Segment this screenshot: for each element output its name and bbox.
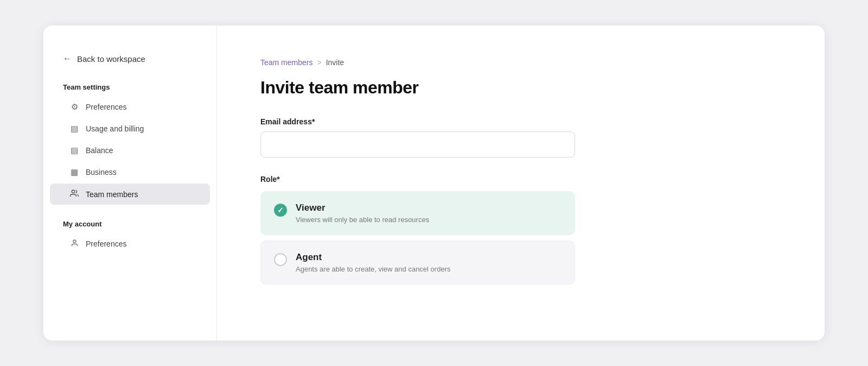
user-icon <box>69 239 79 249</box>
svg-point-0 <box>72 190 74 193</box>
team-icon <box>69 189 79 199</box>
sidebar-item-label: Business <box>86 168 117 176</box>
email-label: Email address* <box>260 117 781 126</box>
sidebar-item-label: Preferences <box>86 103 126 111</box>
role-label: Role* <box>260 175 781 184</box>
agent-info: Agent Agents are able to create, view an… <box>296 252 561 273</box>
sidebar-item-label: Team members <box>86 190 138 199</box>
email-input[interactable] <box>260 131 575 157</box>
viewer-role-desc: Viewers will only be able to read resour… <box>296 216 561 224</box>
role-card-agent[interactable]: Agent Agents are able to create, view an… <box>260 241 575 285</box>
balance-icon: ▤ <box>69 146 79 155</box>
breadcrumb-parent[interactable]: Team members <box>260 58 312 67</box>
sidebar-item-preferences[interactable]: ⚙ Preferences <box>50 97 210 117</box>
page-title: Invite team member <box>260 78 781 98</box>
back-to-workspace-label: Back to workspace <box>77 54 145 64</box>
team-settings-section: Team settings ⚙ Preferences ▤ Usage and … <box>43 83 216 205</box>
sidebar-item-business[interactable]: ▦ Business <box>50 162 210 182</box>
sidebar-item-label: Balance <box>86 146 113 155</box>
breadcrumb-current: Invite <box>326 58 344 67</box>
agent-radio <box>274 253 287 266</box>
main-content: Team members > Invite Invite team member… <box>217 26 825 340</box>
checkmark-icon: ✓ <box>277 206 284 214</box>
sidebar-item-usage-billing[interactable]: ▤ Usage and billing <box>50 118 210 139</box>
agent-role-name: Agent <box>296 252 561 263</box>
back-to-workspace-link[interactable]: ← Back to workspace <box>43 47 216 70</box>
viewer-radio: ✓ <box>274 204 287 217</box>
role-card-viewer[interactable]: ✓ Viewer Viewers will only be able to re… <box>260 191 575 235</box>
sidebar-item-label: Usage and billing <box>86 124 144 133</box>
app-container: ← Back to workspace Team settings ⚙ Pref… <box>43 26 825 340</box>
breadcrumb: Team members > Invite <box>260 58 781 67</box>
viewer-role-name: Viewer <box>296 203 561 213</box>
my-account-title: My account <box>43 220 216 228</box>
breadcrumb-separator: > <box>317 58 321 67</box>
email-section: Email address* <box>260 117 781 157</box>
team-settings-title: Team settings <box>43 83 216 91</box>
sidebar-item-account-preferences[interactable]: Preferences <box>50 234 210 254</box>
gear-icon: ⚙ <box>69 102 79 112</box>
viewer-info: Viewer Viewers will only be able to read… <box>296 203 561 224</box>
my-account-section: My account Preferences <box>43 220 216 254</box>
back-arrow-icon: ← <box>63 54 72 64</box>
sidebar-item-balance[interactable]: ▤ Balance <box>50 140 210 161</box>
svg-point-1 <box>73 240 76 243</box>
billing-icon: ▤ <box>69 124 79 134</box>
role-section: Role* ✓ Viewer Viewers will only be able… <box>260 175 781 285</box>
agent-role-desc: Agents are able to create, view and canc… <box>296 265 561 273</box>
business-icon: ▦ <box>69 167 79 177</box>
sidebar-item-label: Preferences <box>86 239 126 248</box>
sidebar-item-team-members[interactable]: Team members <box>50 184 210 205</box>
sidebar: ← Back to workspace Team settings ⚙ Pref… <box>43 26 217 340</box>
